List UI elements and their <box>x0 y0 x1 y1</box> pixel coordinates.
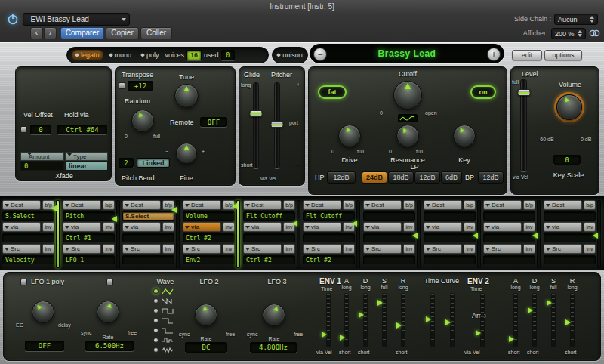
legato-button[interactable]: legato <box>72 50 103 60</box>
env2-sustain-slider[interactable] <box>552 294 555 347</box>
fader-thumb[interactable] <box>593 233 598 239</box>
src-invert-toggle[interactable]: inv <box>464 244 476 254</box>
power-button[interactable] <box>6 12 20 26</box>
dest-popup[interactable]: Dest <box>122 200 161 210</box>
lp-12db-button[interactable]: 12dB <box>414 171 440 184</box>
slider-thumb[interactable] <box>517 89 530 96</box>
via-value[interactable]: Ctrl #2 <box>183 233 235 242</box>
wave-option-triangle[interactable] <box>153 288 159 294</box>
wave-option-pulse-narrow[interactable] <box>153 328 159 333</box>
dest-value[interactable] <box>424 211 476 221</box>
wave-option-pulse-wide[interactable] <box>153 318 159 323</box>
unison-button[interactable]: unison <box>276 50 304 60</box>
pitcher-slider[interactable] <box>274 82 280 168</box>
dest-value[interactable]: S.Select <box>2 211 54 221</box>
preset-select[interactable]: _EWI Brassy Lead <box>23 13 130 26</box>
transpose-value[interactable]: +12 <box>128 81 153 91</box>
fader-thumb[interactable] <box>292 221 297 227</box>
via-invert-toggle[interactable]: inv <box>223 222 235 232</box>
fader-thumb[interactable] <box>473 233 478 239</box>
via-popup[interactable]: via <box>483 222 522 232</box>
dest-popup[interactable]: Dest <box>63 200 101 210</box>
via-popup[interactable]: via <box>2 222 41 232</box>
src-popup[interactable]: Src <box>63 244 101 254</box>
amount-fader[interactable] <box>176 200 180 268</box>
amount-column-header[interactable]: Amount <box>20 152 64 161</box>
src-popup[interactable]: Src <box>243 244 282 254</box>
src-popup[interactable]: Src <box>2 244 41 254</box>
lfo1-rate-value[interactable]: 6.500Hz <box>85 341 134 351</box>
dest-value[interactable] <box>544 211 596 221</box>
tune-knob[interactable] <box>174 84 199 108</box>
bypass-toggle[interactable]: b/p <box>464 200 476 210</box>
slider-thumb[interactable] <box>509 336 514 342</box>
src-invert-toggle[interactable]: inv <box>162 244 174 254</box>
src-value[interactable] <box>483 255 535 264</box>
env2-decay-slider[interactable] <box>533 294 536 347</box>
via-popup[interactable]: via <box>424 222 462 232</box>
dest-value[interactable]: Flt Cutoff <box>303 211 355 221</box>
slider-thumb[interactable] <box>271 121 284 128</box>
dest-popup[interactable]: Dest <box>2 200 41 210</box>
bend-range-value[interactable]: 2 <box>119 158 134 168</box>
dest-value[interactable]: Volume <box>183 211 235 221</box>
fader-thumb[interactable] <box>352 221 357 227</box>
via-popup[interactable]: via <box>183 222 221 232</box>
src-invert-toggle[interactable]: inv <box>403 244 415 254</box>
xfade-type-value[interactable]: linear <box>65 161 108 171</box>
fader-thumb[interactable] <box>51 205 57 211</box>
type-column-header[interactable]: Type <box>65 152 108 161</box>
vel-offset-value[interactable]: 0 <box>30 125 51 134</box>
lfo3-rate-value[interactable]: 4.800Hz <box>250 342 297 353</box>
via-popup[interactable]: via <box>303 222 341 232</box>
dest-value[interactable]: Flt Cutoff <box>243 211 295 221</box>
fader-thumb[interactable] <box>232 203 237 209</box>
edit-button[interactable]: edit <box>512 50 542 60</box>
filter-on-button[interactable]: on <box>470 85 496 99</box>
via-invert-toggle[interactable]: inv <box>584 222 596 232</box>
via-invert-toggle[interactable]: inv <box>103 222 115 232</box>
bypass-toggle[interactable]: b/p <box>523 200 535 210</box>
via-popup[interactable]: via <box>122 222 161 232</box>
via-value[interactable] <box>363 233 415 242</box>
dest-popup[interactable]: Dest <box>483 200 522 210</box>
wave-option-sample-hold[interactable] <box>153 338 159 343</box>
slider-thumb[interactable] <box>476 330 481 336</box>
src-invert-toggle[interactable]: inv <box>223 244 235 254</box>
slider-thumb[interactable] <box>250 110 263 117</box>
wave-option-saw[interactable] <box>153 298 159 304</box>
env1-attack-slider[interactable] <box>345 294 348 347</box>
fader-thumb[interactable] <box>412 233 418 239</box>
via-invert-toggle[interactable]: inv <box>464 222 476 232</box>
random-knob[interactable] <box>131 110 154 132</box>
lfo2-rate-knob[interactable] <box>195 304 217 326</box>
dest-value[interactable] <box>483 211 535 221</box>
patch-name[interactable]: Brassy Lead <box>378 48 436 59</box>
fine-knob[interactable] <box>176 143 197 164</box>
src-value[interactable]: Env2 <box>183 255 235 264</box>
via-invert-toggle[interactable]: inv <box>162 222 174 232</box>
fat-button[interactable]: fat <box>318 85 347 99</box>
bend-linked-value[interactable]: Linked <box>137 158 170 168</box>
dest-popup[interactable]: Dest <box>183 200 221 210</box>
bypass-toggle[interactable]: b/p <box>584 200 596 210</box>
lfo2-rate-value[interactable]: DC <box>185 342 227 353</box>
slider-thumb[interactable] <box>359 312 364 318</box>
hold-via-value[interactable]: Ctrl #64 <box>57 125 107 134</box>
amount-fader[interactable] <box>297 200 300 268</box>
lfo1-eg-button[interactable] <box>20 279 27 285</box>
slider-thumb[interactable] <box>378 300 383 306</box>
lp-6db-button[interactable]: 6dB <box>441 171 462 184</box>
dest-popup[interactable]: Dest <box>424 200 462 210</box>
vel-offset-button[interactable] <box>20 126 27 133</box>
slider-thumb[interactable] <box>340 335 345 341</box>
slider-thumb[interactable] <box>565 319 571 325</box>
amount-fader[interactable] <box>477 200 481 268</box>
dest-popup[interactable]: Dest <box>243 200 282 210</box>
resonance-knob[interactable] <box>396 125 419 147</box>
env1-release-slider[interactable] <box>402 294 405 347</box>
via-value[interactable] <box>243 233 295 242</box>
fader-thumb[interactable] <box>171 207 177 213</box>
dest-popup[interactable]: Dest <box>363 200 402 210</box>
compare-button[interactable]: Comparer <box>60 27 104 39</box>
